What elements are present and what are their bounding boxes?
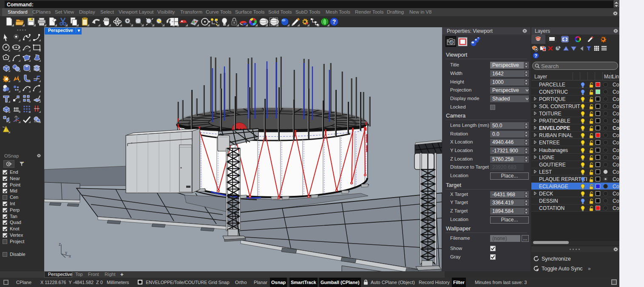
svg-text:y: y [65,250,67,255]
svg-text:z: z [59,242,61,247]
svg-text:?: ? [534,53,537,58]
svg-text:x: x [69,254,71,258]
svg-text:?: ? [332,18,336,25]
